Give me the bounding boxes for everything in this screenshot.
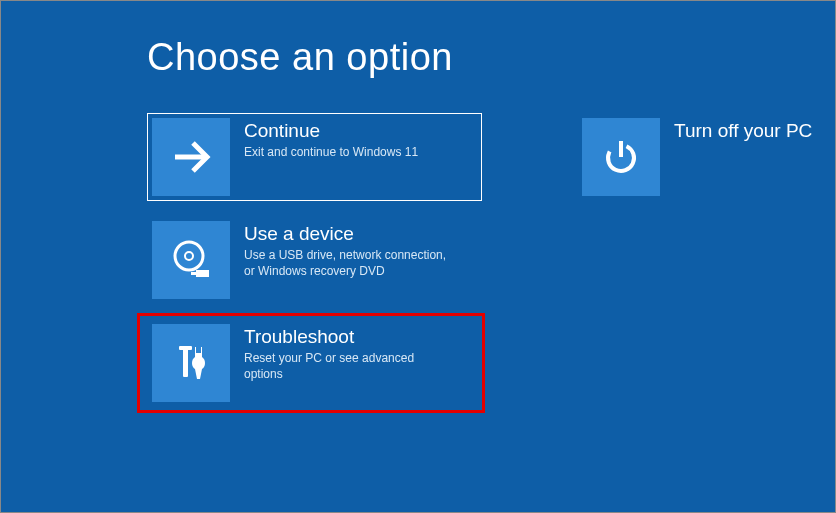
continue-title: Continue	[244, 120, 418, 142]
svg-point-4	[185, 252, 193, 260]
svg-rect-9	[196, 347, 201, 353]
continue-tile[interactable]: Continue Exit and continue to Windows 11	[147, 113, 482, 201]
use-device-title: Use a device	[244, 223, 454, 245]
svg-rect-7	[183, 347, 188, 377]
turn-off-title: Turn off your PC	[674, 120, 812, 142]
svg-rect-8	[179, 346, 192, 350]
turn-off-tile[interactable]: Turn off your PC	[577, 113, 817, 201]
arrow-right-icon	[152, 118, 230, 196]
troubleshoot-title: Troubleshoot	[244, 326, 454, 348]
tools-icon	[152, 324, 230, 402]
troubleshoot-desc: Reset your PC or see advanced options	[244, 350, 454, 382]
disc-usb-icon	[152, 221, 230, 299]
power-icon	[582, 118, 660, 196]
svg-rect-6	[191, 272, 196, 275]
options-area: Continue Exit and continue to Windows 11…	[147, 113, 817, 407]
svg-rect-5	[196, 270, 209, 277]
use-device-tile[interactable]: Use a device Use a USB drive, network co…	[147, 216, 482, 304]
use-device-desc: Use a USB drive, network connection, or …	[244, 247, 454, 279]
continue-desc: Exit and continue to Windows 11	[244, 144, 418, 160]
page-title: Choose an option	[147, 36, 453, 79]
troubleshoot-tile[interactable]: Troubleshoot Reset your PC or see advanc…	[147, 319, 482, 407]
svg-point-3	[175, 242, 203, 270]
